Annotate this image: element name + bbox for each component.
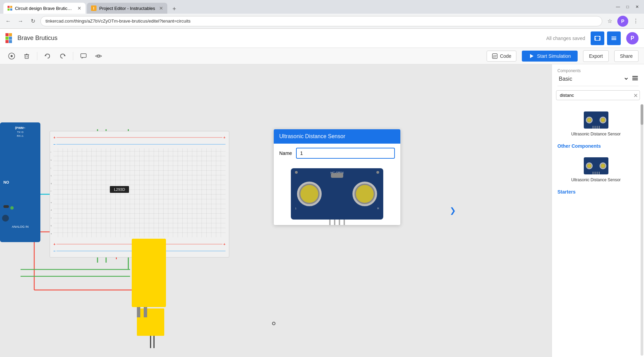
browser-menu-icon[interactable]: ⋮ [631,16,641,26]
panel-header: Components Basic [552,64,644,88]
film-view-button[interactable] [591,31,604,45]
code-button[interactable]: 27 Code [487,51,516,62]
row-numbers-left: l k j h g f e d c b a [51,148,53,237]
search-area: ✕ [552,88,644,103]
user-avatar-app[interactable]: P [626,32,639,44]
tab-close-icon[interactable]: ✕ [77,5,81,11]
svg-text:I: I [93,6,94,10]
svg-rect-11 [599,38,600,39]
components-list: Ultrasonic Distance Sensor Other Compone… [552,103,640,357]
cursor-indicator [272,322,275,325]
instructables-favicon: I [91,5,96,11]
browser-tab-active[interactable]: Circuit design Brave Bruticus | Ti... ✕ [3,3,86,14]
film-icon [594,35,601,42]
svg-rect-12 [599,39,600,40]
start-sim-label: Start Simulation [537,53,571,59]
component-item-basic-ultrasonic[interactable]: Ultrasonic Distance Sensor [552,106,640,141]
start-simulation-button[interactable]: Start Simulation [522,51,578,62]
svg-rect-2 [8,9,10,11]
panel-scrollbar[interactable] [641,104,643,356]
svg-marker-24 [64,55,66,56]
circuit-canvas[interactable]: (PWM~ TX↑0 RX↓1 ANALOG IN NO + [0,64,552,357]
refresh-button[interactable]: ↻ [28,16,38,26]
share-label: Share [620,53,633,59]
corner-dot-tr [376,171,379,174]
user-avatar[interactable]: P [617,16,628,27]
svg-rect-8 [595,38,596,39]
svg-marker-23 [44,55,47,56]
sensor-popup: Ultrasonic Distance Sensor Name HC-SR04 [274,129,400,225]
forward-button[interactable]: → [16,16,25,26]
arduino-label: (PWM~ TX↑0 RX↓1 [15,126,25,138]
play-icon [529,53,534,59]
close-button[interactable]: ✕ [634,3,641,10]
corner-dot-tl [295,171,298,174]
svg-rect-13 [611,37,616,37]
svg-text:27: 27 [493,55,497,58]
undo-icon [44,52,51,60]
search-input[interactable] [556,90,640,100]
svg-rect-15 [611,39,616,40]
pin-1-label: 1 [295,207,296,210]
new-tab-button[interactable]: + [169,4,179,14]
list-view-button[interactable] [607,31,621,45]
sensor-name-input[interactable] [296,148,395,159]
export-button[interactable]: Export [583,50,608,62]
comment-button[interactable] [77,50,90,62]
l293d-chip[interactable]: L293D [110,186,129,193]
panel-scrollbar-thumb[interactable] [641,104,643,125]
arduino-board: (PWM~ TX↑0 RX↓1 ANALOG IN NO [0,122,40,242]
minimize-button[interactable]: — [615,3,621,10]
tab-close-inactive-icon[interactable]: ✕ [159,5,163,11]
component-item-other-ultrasonic[interactable]: Ultrasonic Distance Sensor [552,151,640,186]
sensor-popup-header: Ultrasonic Distance Sensor [274,129,400,144]
components-title: Components [557,68,639,73]
browser-tab-inactive[interactable]: I Project Editor - Instructables ✕ [87,3,167,14]
arduino-analog-label: ANALOG IN [1,225,39,228]
search-clear-icon[interactable]: ✕ [633,92,638,98]
toolbar-divider-1 [37,52,37,60]
component-thumb-other [582,156,610,176]
bookmark-icon[interactable]: ☆ [605,16,615,26]
canvas-scroll-right[interactable]: ❯ [450,206,456,215]
motor-component[interactable] [132,239,169,329]
back-button[interactable]: ← [3,16,13,26]
home-tool-button[interactable] [5,50,18,62]
panel-list-icon[interactable] [632,75,639,83]
sensor-popup-title: Ultrasonic Distance Sensor [279,133,345,139]
arduino-ino-label: NO [3,180,9,184]
svg-rect-7 [595,36,596,37]
sensor-center-element [331,173,343,178]
sensor-popup-body: Name [274,144,400,163]
tinkercad-logo[interactable] [5,33,12,43]
svg-rect-0 [8,6,10,8]
arduino-led [10,206,14,210]
sensor-pins [329,220,345,225]
sensor-left-emitter [297,182,322,206]
inactive-tab-label: Project Editor - Instructables [99,6,155,11]
address-bar[interactable]: tinkercad.com/things/aZ7bVcZyOTm-brave-b… [40,16,602,26]
category-dropdown[interactable]: Basic [557,73,639,86]
home-icon [8,52,15,60]
sensor-name-label: Name [279,150,292,156]
list-icon [610,35,617,42]
share-button[interactable]: Share [614,50,639,62]
svg-rect-51 [632,79,638,80]
component-name-other-ultrasonic: Ultrasonic Distance Sensor [571,177,621,182]
trash-button[interactable] [21,50,33,62]
redo-button[interactable] [56,50,69,62]
undo-button[interactable] [41,50,54,62]
maximize-button[interactable]: □ [624,3,631,10]
app-title: Brave Bruticus [17,35,541,42]
arduino-port [2,215,9,222]
comment-icon [80,52,87,60]
category-select[interactable]: Basic [557,76,629,82]
save-status: All changes saved [546,36,585,41]
svg-rect-14 [611,38,616,39]
eye-button[interactable] [92,50,105,62]
tinkercad-favicon [8,5,12,11]
chip-label: L293D [114,187,125,191]
component-name-basic-ultrasonic: Ultrasonic Distance Sensor [571,132,621,136]
code-icon: 27 [492,53,498,59]
code-label: Code [500,53,511,59]
